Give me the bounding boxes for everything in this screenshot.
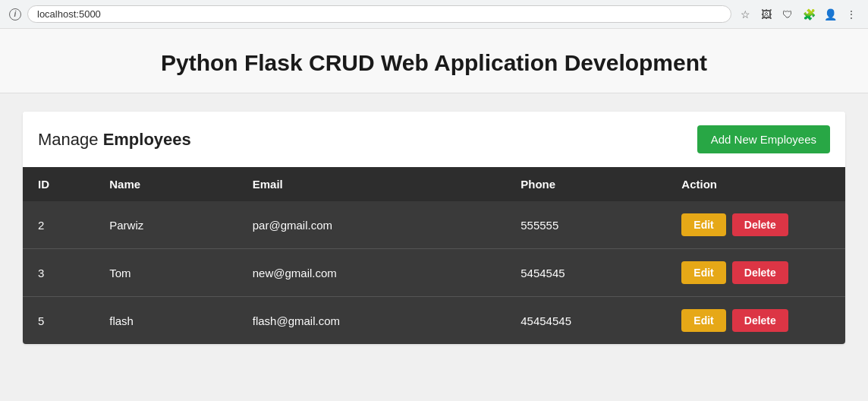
table-row: 5flashflash@gmail.com45454545EditDelete	[23, 297, 845, 345]
manage-title: Manage Employees	[38, 130, 191, 150]
cell-phone: 5454545	[505, 249, 666, 297]
screenshot-icon[interactable]: 🖼	[759, 7, 774, 22]
col-header-name: Name	[94, 167, 237, 201]
cell-action: EditDelete	[666, 201, 845, 249]
manage-title-prefix: Manage	[38, 130, 103, 149]
manage-section: Manage Employees Add New Employees ID Na…	[23, 112, 845, 344]
edit-button[interactable]: Edit	[681, 309, 725, 332]
page-header: Python Flask CRUD Web Application Develo…	[0, 29, 868, 93]
page-title: Python Flask CRUD Web Application Develo…	[15, 50, 853, 76]
action-buttons: EditDelete	[681, 213, 830, 236]
page-content: Manage Employees Add New Employees ID Na…	[0, 93, 868, 362]
cell-action: EditDelete	[666, 249, 845, 297]
cell-email: flash@gmail.com	[237, 297, 505, 345]
table-row: 3Tomnew@gmail.com5454545EditDelete	[23, 249, 845, 297]
cell-name: flash	[94, 297, 237, 345]
cell-phone: 45454545	[505, 297, 666, 345]
col-header-id: ID	[23, 167, 94, 201]
cell-id: 3	[23, 249, 94, 297]
menu-icon[interactable]: ⋮	[844, 7, 859, 22]
action-buttons: EditDelete	[681, 261, 830, 284]
browser-toolbar-icons: ☆ 🖼 🛡 🧩 👤 ⋮	[737, 7, 859, 22]
star-icon[interactable]: ☆	[737, 7, 753, 22]
employees-table: ID Name Email Phone Action 2Parwizpar@gm…	[23, 167, 845, 344]
table-row: 2Parwizpar@gmail.com555555EditDelete	[23, 201, 845, 249]
cell-id: 2	[23, 201, 94, 249]
table-header: ID Name Email Phone Action	[23, 167, 845, 201]
add-new-employees-button[interactable]: Add New Employees	[697, 125, 830, 153]
cell-action: EditDelete	[666, 297, 845, 345]
edit-button[interactable]: Edit	[681, 213, 725, 236]
url-bar[interactable]: localhost:5000	[27, 5, 731, 23]
col-header-email: Email	[237, 167, 505, 201]
cell-name: Tom	[94, 249, 237, 297]
col-header-phone: Phone	[505, 167, 666, 201]
edit-button[interactable]: Edit	[681, 261, 725, 284]
manage-title-bold: Employees	[103, 130, 191, 149]
browser-bar: i localhost:5000 ☆ 🖼 🛡 🧩 👤 ⋮	[0, 0, 868, 29]
cell-email: par@gmail.com	[237, 201, 505, 249]
puzzle-icon[interactable]: 🧩	[801, 7, 816, 22]
col-header-action: Action	[666, 167, 845, 201]
manage-header: Manage Employees Add New Employees	[23, 112, 845, 167]
cell-name: Parwiz	[94, 201, 237, 249]
cell-phone: 555555	[505, 201, 666, 249]
table-header-row: ID Name Email Phone Action	[23, 167, 845, 201]
delete-button[interactable]: Delete	[732, 261, 788, 284]
delete-button[interactable]: Delete	[732, 309, 788, 332]
cell-id: 5	[23, 297, 94, 345]
cell-email: new@gmail.com	[237, 249, 505, 297]
url-text: localhost:5000	[37, 8, 101, 20]
action-buttons: EditDelete	[681, 309, 830, 332]
info-icon: i	[9, 8, 21, 21]
table-body: 2Parwizpar@gmail.com555555EditDelete3Tom…	[23, 201, 845, 344]
account-icon[interactable]: 👤	[822, 7, 838, 22]
shield-icon[interactable]: 🛡	[780, 7, 795, 22]
delete-button[interactable]: Delete	[732, 213, 788, 236]
